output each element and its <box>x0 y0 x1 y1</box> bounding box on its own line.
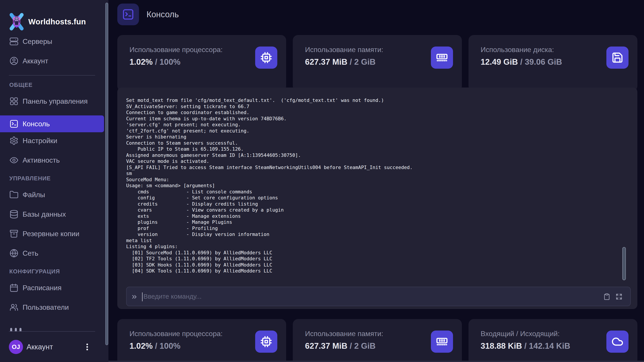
stat-card-network: Входящий / Исходящий: 318.88 KiB / 142.1… <box>468 319 637 362</box>
console-scrollbar[interactable] <box>622 247 626 280</box>
sidebar-item-partial[interactable] <box>10 328 37 331</box>
stat-card-cpu-bottom: Использование процессора: 1.02% / 100% <box>117 319 286 362</box>
server-icon <box>9 37 18 46</box>
sidebar-divider <box>9 75 95 76</box>
sidebar-item-label: Сеть <box>22 249 38 257</box>
sidebar-item-label: Резервные копии <box>22 230 80 238</box>
brand[interactable]: Worldhosts.fun <box>0 0 108 34</box>
sidebar-item-label: Базы данных <box>22 210 66 219</box>
sidebar-item-users[interactable]: Пользователи <box>0 302 108 313</box>
stat-card-memory: Использование памяти: 627.37 MiB / 2 GiB <box>293 35 462 91</box>
database-icon <box>9 210 18 219</box>
kebab-menu-icon[interactable] <box>83 341 92 353</box>
sidebar-item-network[interactable]: Сеть <box>0 248 108 259</box>
sidebar-item-activity[interactable]: Активность <box>0 155 108 165</box>
sidebar-item-account[interactable]: Аккаунт <box>0 56 108 66</box>
sidebar-item-servers[interactable]: Серверы <box>0 36 108 47</box>
console-panel: Set motd_text from file 'cfg/motd_text_d… <box>117 88 637 309</box>
account-label: Аккаунт <box>26 343 53 351</box>
sidebar-item-console[interactable]: Консоль <box>0 115 104 132</box>
console-output[interactable]: Set motd_text from file 'cfg/motd_text_d… <box>117 88 624 282</box>
sidebar-item-dashboard[interactable]: Панель управления <box>0 96 108 107</box>
stats-row-top: Использование процессора: 1.02% / 100% И… <box>117 35 637 91</box>
memory-icon <box>431 47 453 69</box>
sidebar-scrollbar[interactable] <box>105 3 108 345</box>
eye-icon <box>9 155 18 165</box>
sidebar-nav: Серверы Аккаунт ОБЩЕЕ Панель управления … <box>0 34 108 313</box>
page-title: Консоль <box>146 10 179 19</box>
memory-icon <box>431 330 453 353</box>
sidebar-item-label: Настройки <box>22 137 57 145</box>
stat-card-cpu: Использование процессора: 1.02% / 100% <box>117 35 286 91</box>
sidebar-item-label: Серверы <box>22 38 52 46</box>
gear-icon <box>9 136 18 145</box>
sidebar-item-label: Файлы <box>22 191 45 199</box>
stats-row-bottom: Использование процессора: 1.02% / 100% И… <box>117 319 637 362</box>
brand-logo-icon <box>9 13 24 31</box>
section-label-general: ОБЩЕЕ <box>0 81 108 89</box>
folder-icon <box>9 190 18 199</box>
layout-grid-icon <box>9 97 18 106</box>
sidebar-item-backups[interactable]: Резервные копии <box>0 228 108 239</box>
chevrons-right-icon <box>131 293 138 300</box>
archive-icon <box>9 229 18 238</box>
section-label-configuration: КОНФИГУРАЦИЯ <box>0 267 108 275</box>
sidebar-item-databases[interactable]: Базы данных <box>0 209 108 220</box>
sidebar-item-label: Расписания <box>22 284 62 292</box>
cloud-icon <box>606 330 628 353</box>
avatar[interactable]: OJ <box>9 340 23 354</box>
brand-name: Worldhosts.fun <box>28 17 86 26</box>
command-input-bar <box>126 287 631 306</box>
sidebar-item-schedules[interactable]: Расписания <box>0 282 108 293</box>
sidebar-item-label: Панель управления <box>22 97 88 105</box>
clipboard-icon[interactable] <box>603 293 610 300</box>
command-input[interactable] <box>144 287 446 306</box>
stat-card-memory-bottom: Использование памяти: 627.37 MiB / 2 GiB <box>293 319 462 362</box>
stat-card-disk: Использование диска: 12.49 GiB / 39.06 G… <box>468 35 637 91</box>
user-circle-icon <box>9 56 18 66</box>
sidebar: Worldhosts.fun Серверы Аккаунт ОБЩЕЕ Пан… <box>0 0 108 362</box>
calendar-icon <box>9 283 18 292</box>
globe-icon <box>9 249 18 258</box>
cpu-icon <box>255 330 277 353</box>
expand-icon[interactable] <box>616 293 622 300</box>
text-caret <box>142 292 142 301</box>
section-label-management: УПРАВЛЕНИЕ <box>0 174 108 182</box>
sidebar-item-label: Пользователи <box>22 303 69 311</box>
sidebar-item-files[interactable]: Файлы <box>0 190 108 200</box>
cpu-icon <box>255 47 277 69</box>
sidebar-item-settings[interactable]: Настройки <box>0 135 108 146</box>
sidebar-item-label: Аккаунт <box>22 57 48 65</box>
disk-icon <box>606 47 628 69</box>
users-icon <box>9 303 18 312</box>
sidebar-footer: OJ Аккаунт <box>0 331 108 362</box>
console-header-icon <box>117 4 139 25</box>
horizontal-scrollbar[interactable] <box>108 361 644 362</box>
sidebar-item-label: Консоль <box>22 120 50 128</box>
terminal-icon <box>9 119 18 128</box>
sidebar-item-label: Активность <box>22 156 60 164</box>
